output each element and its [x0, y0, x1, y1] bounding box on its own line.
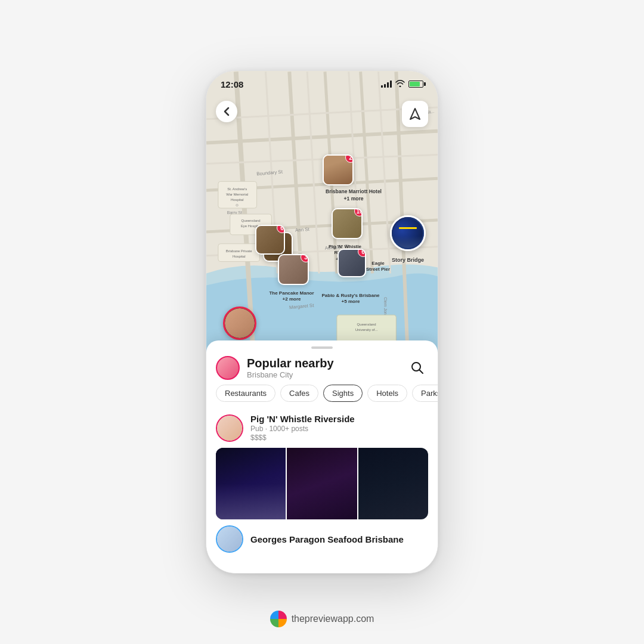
map-background: Boundary St Barry St Ann St Adelaide St …: [206, 71, 438, 363]
paragon-name: Georges Paragon Seafood Brisbane: [250, 534, 428, 544]
place-price: $$$$: [250, 434, 428, 442]
svg-text:St. Andrew's: St. Andrew's: [227, 187, 247, 191]
search-button[interactable]: [407, 357, 428, 379]
back-button[interactable]: [216, 101, 237, 122]
place-info-pig-whistle: Pig 'N' Whistle Riverside Pub · 1000+ po…: [250, 414, 428, 442]
panel-header: Popular nearby Brisbane City: [206, 349, 438, 385]
pablo-label: Pablo & Rusty's Brisbane+5 more: [321, 293, 380, 305]
chip-hotels[interactable]: Hotels: [367, 385, 407, 402]
story-bridge-label: Story Bridge: [392, 257, 424, 263]
battery-icon: [408, 80, 423, 88]
map-pin-center-guitar[interactable]: 10: [332, 208, 363, 239]
phone-frame: 12:08: [206, 70, 438, 574]
map-pin-story-bridge[interactable]: Story Bridge: [390, 215, 426, 251]
map-pin-top[interactable]: 2: [323, 154, 354, 185]
svg-text:Brisbane Private: Brisbane Private: [226, 249, 252, 253]
map-section: Boundary St Barry St Ann St Adelaide St …: [206, 71, 438, 363]
svg-text:⊙: ⊙: [236, 203, 239, 207]
chip-sights[interactable]: Sights: [323, 385, 363, 402]
footer-branding: thepreviewapp.com: [0, 611, 644, 627]
status-icons: [381, 80, 423, 89]
chip-cafes[interactable]: Cafes: [280, 385, 318, 402]
panel-title-group: Popular nearby Brisbane City: [247, 357, 334, 379]
svg-text:Queensland: Queensland: [357, 323, 376, 326]
status-time: 12:08: [221, 79, 243, 89]
photo-grid-cell-2: [287, 448, 357, 519]
filter-chips: Restaurants Cafes Sights Hotels Parks & …: [206, 385, 438, 408]
marriott-label: Brisbane Marriott Hotel+1 more: [326, 188, 382, 203]
photo-grid: [216, 448, 428, 519]
panel-header-left: Popular nearby Brisbane City: [216, 356, 334, 380]
place-meta: Pub · 1000+ posts: [250, 425, 428, 433]
map-pin-pancake[interactable]: 3: [278, 254, 309, 285]
map-pin-left-food[interactable]: 6: [255, 225, 285, 255]
nav-button[interactable]: [402, 101, 428, 127]
place-item-pig-whistle[interactable]: Pig 'N' Whistle Riverside Pub · 1000+ po…: [206, 408, 438, 448]
place-item-paragon[interactable]: Georges Paragon Seafood Brisbane: [206, 519, 438, 553]
place-avatar-pig-whistle: [216, 414, 243, 442]
photo-grid-cell-3: [358, 448, 428, 519]
brand-text: thepreviewapp.com: [292, 614, 374, 624]
map-pin-center-right[interactable]: 6: [338, 249, 366, 277]
user-avatar: [216, 356, 240, 380]
panel-title: Popular nearby: [247, 357, 334, 370]
map-pin-wheel[interactable]: [223, 306, 256, 340]
svg-text:Hospital: Hospital: [231, 198, 244, 202]
chip-parks[interactable]: Parks & G: [412, 385, 438, 402]
page-wrapper: 12:08: [0, 0, 644, 644]
panel-subtitle: Brisbane City: [247, 370, 334, 379]
status-bar: 12:08: [206, 71, 438, 97]
signal-icon: [381, 80, 392, 88]
svg-text:University of...: University of...: [355, 328, 378, 332]
photo-grid-cell-1: [216, 448, 286, 519]
place-name: Pig 'N' Whistle Riverside: [250, 414, 428, 424]
bottom-panel: Popular nearby Brisbane City Restaurants…: [206, 340, 438, 573]
eagle-label: EagleStreet Pier: [366, 261, 390, 273]
svg-text:Queensland: Queensland: [242, 219, 261, 222]
place-info-paragon: Georges Paragon Seafood Brisbane: [250, 534, 428, 544]
brand-logo: [270, 611, 287, 627]
pancake-label: The Pancake Manor+2 more: [265, 290, 318, 303]
svg-text:War Memorial: War Memorial: [226, 193, 248, 196]
place-avatar-paragon: [216, 525, 243, 553]
wifi-icon: [395, 80, 405, 89]
svg-text:Hospital: Hospital: [233, 255, 246, 258]
chip-restaurants[interactable]: Restaurants: [216, 385, 275, 402]
